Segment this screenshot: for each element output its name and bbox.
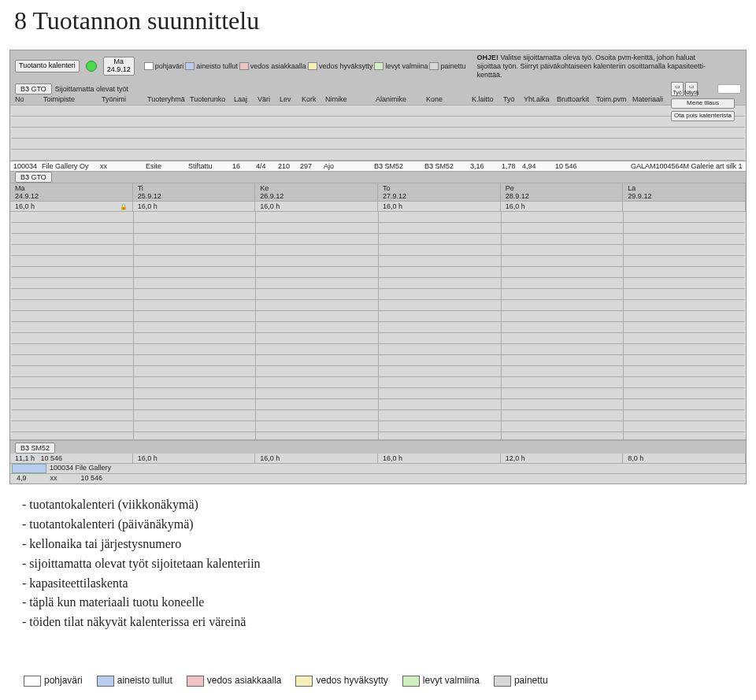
calendar-grid [10,212,746,440]
legend-label: painettu [514,675,548,686]
icon-label: Näytä [684,90,699,95]
day-hours[interactable]: 16,0 h [10,202,133,211]
show-icon[interactable]: ▭Näytä [685,82,698,96]
cell: GALAM1004564M Galerie art silk 100g/m2 [631,162,743,170]
machine-button[interactable]: B3 GTO [15,83,52,94]
goto-order-button[interactable]: Mene tilaus [671,98,735,109]
legend-label: aineisto tullut [196,62,238,70]
bullet: - kellonaika tai järjestysnumero [22,535,734,554]
page-title: 8 Tuotannon suunnittelu [0,0,756,50]
grid-row[interactable] [12,223,744,234]
swatch-icon [144,62,154,70]
bottom-legend: pohjaväri aineisto tullut vedos asiakkaa… [0,632,756,694]
cell: 297 [300,162,324,170]
day-header: To27.9.12 [378,183,501,201]
grid-row[interactable] [12,300,744,311]
cell: 10 546 [555,162,595,170]
swatch-icon [429,62,439,70]
col: Työnimi [102,95,147,103]
table-row[interactable] [12,117,744,128]
job-badge[interactable] [12,464,46,473]
remove-from-cal-button[interactable]: Ota pois kalenterista [671,111,735,121]
machine-button[interactable]: B3 SM52 [15,443,55,454]
table-row[interactable] [12,139,744,150]
day-header: Ke26.9.12 [255,183,378,201]
day-header: Ma24.9.12 [10,183,133,201]
col: Kork [302,95,325,103]
swatch-icon [187,676,204,687]
grid-row[interactable] [12,377,744,388]
topbar: Tuotanto kalenteri Ma 24.9.12 pohjaväri … [10,50,746,82]
date-bot: 24.9.12 [107,66,131,74]
day-hours[interactable] [623,202,746,211]
grid-row[interactable] [12,234,744,245]
cell: 16 [232,162,256,170]
cell: File Gallery Oy [42,162,100,170]
sec3-header: B3 SM52 [10,440,746,454]
col: Alanimike [376,95,426,103]
grid-row[interactable] [12,366,744,377]
cell: 3,16 [470,162,502,170]
footer-hours[interactable]: 8,0 h [623,454,746,463]
legend-label: vedos hyväksytty [316,675,387,686]
grid-row[interactable] [12,212,744,223]
footer-hours[interactable]: 12,0 h [501,454,624,463]
grid-row[interactable] [12,410,744,421]
table-row[interactable] [12,106,744,117]
footer-hours[interactable]: 16,0 h [378,454,501,463]
footer-hours[interactable]: 16,0 h [255,454,378,463]
day-header-row: Ma24.9.12 Ti25.9.12 Ke26.9.12 To27.9.12 … [10,183,746,202]
grid-row[interactable] [12,399,744,410]
day-header: La29.9.12 [623,183,746,201]
unassigned-rows [10,105,746,161]
day-hours[interactable]: 16,0 h [133,202,256,211]
grid-row[interactable] [12,333,744,344]
grid-row[interactable] [12,245,744,256]
table-row[interactable] [12,150,744,161]
legend-label: painettu [440,62,465,70]
grid-row[interactable] [12,344,744,355]
grid-row[interactable] [12,311,744,322]
swatch-icon [295,676,313,687]
col: Yht.aika [524,95,557,103]
day-hours[interactable]: 16,0 h [501,202,624,211]
footer-hours[interactable]: 16,0 h [133,454,256,463]
feature-bullets: - tuotantokalenteri (viikkonäkymä) - tuo… [0,484,756,632]
grid-row[interactable] [12,355,744,366]
grid-row[interactable] [12,322,744,333]
grid-row[interactable] [12,256,744,267]
day-hours[interactable]: 16,0 h [255,202,378,211]
grid-row[interactable] [12,388,744,399]
bullet: - sijoittamatta olevat työt sijoitetaan … [22,554,734,574]
grid-row[interactable] [12,267,744,278]
swatch-icon [494,676,511,687]
col: Työ [503,95,524,103]
date-button[interactable]: Ma 24.9.12 [103,57,135,76]
job-v3: 10 546 [57,474,103,483]
calendar-button[interactable]: Tuotanto kalenteri [15,60,80,72]
work-data-row[interactable]: 100034 File Gallery Oy xx Esite Stiftatt… [10,161,746,172]
grid-row[interactable] [12,421,744,432]
cell: 100034 [13,162,42,170]
doc-icon[interactable]: ▭Työ [671,82,684,96]
cell: Ajo [324,162,374,170]
footer-hours-row: 11,1 h 10 546 16,0 h 16,0 h 16,0 h 12,0 … [10,454,746,463]
cell: 4,94 [522,162,555,170]
swatch-icon [97,676,114,687]
col: Materiaali [632,95,663,103]
day-hours[interactable]: 16,0 h [378,202,501,211]
col: Toimipiste [43,95,102,103]
machine-button[interactable]: B3 GTO [15,172,52,183]
footer-job-row: 100034 File Gallery [10,463,746,473]
footer-hours[interactable]: 11,1 h 10 546 [10,454,133,463]
col: Toim.pvm [596,95,632,103]
job-name: File Gallery [76,464,112,473]
hours-row: 16,0 h 16,0 h 16,0 h 16,0 h 16,0 h [10,202,746,212]
col: No [15,95,43,103]
grid-row[interactable] [12,278,744,289]
grid-row[interactable] [12,289,744,300]
cell: 210 [278,162,300,170]
bullet: - tuotantokalenteri (päivänäkymä) [22,515,734,535]
right-sidebar: ▭Työ ▭Näytä Mene tilaus Ota pois kalente… [671,82,735,121]
table-row[interactable] [12,128,744,139]
